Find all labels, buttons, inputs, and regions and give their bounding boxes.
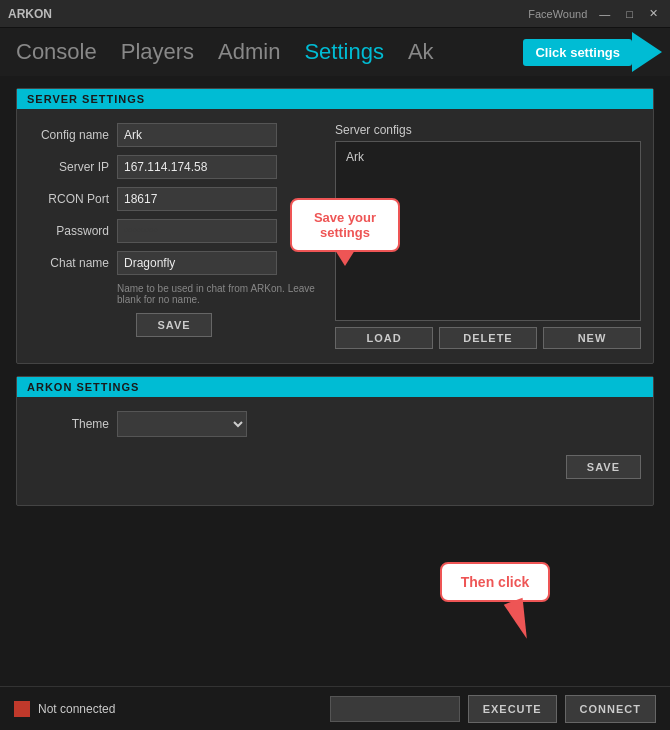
server-ip-row: Server IP	[29, 155, 319, 179]
titlebar-right: FaceWound — □ ✕	[528, 7, 662, 20]
nav-settings[interactable]: Settings	[304, 39, 384, 65]
rcon-port-label: RCON Port	[29, 192, 109, 206]
password-input[interactable]	[117, 219, 277, 243]
config-name-row: Config name	[29, 123, 319, 147]
arkon-settings-header: ARKON SETTINGS	[17, 377, 653, 397]
configs-buttons: LOAD DELETE NEW	[335, 327, 641, 349]
arkon-theme-row: Theme	[29, 411, 641, 437]
navbar: Console Players Admin Settings Ak Click …	[0, 28, 670, 76]
rcon-port-row: RCON Port	[29, 187, 319, 211]
server-save-button[interactable]: SAVE	[136, 313, 211, 337]
configs-label: Server configs	[335, 123, 641, 137]
arkon-settings-layout: Theme SAVE	[29, 411, 641, 491]
chat-name-hint: Name to be used in chat from ARKon. Leav…	[29, 283, 319, 305]
status-text: Not connected	[38, 702, 322, 716]
server-form: Config name Server IP RCON Port Password	[29, 123, 319, 349]
minimize-button[interactable]: —	[595, 8, 614, 20]
nav-console[interactable]: Console	[16, 39, 97, 65]
nav-ak[interactable]: Ak	[408, 39, 434, 65]
load-button[interactable]: LOAD	[335, 327, 433, 349]
callout-click: Then click	[440, 562, 550, 602]
arrow-label: Click settings	[523, 39, 632, 66]
nav-players[interactable]: Players	[121, 39, 194, 65]
callout-click-text: Then click	[461, 574, 529, 590]
rcon-port-input[interactable]	[117, 187, 277, 211]
chat-name-row: Chat name	[29, 251, 319, 275]
theme-label: Theme	[29, 417, 109, 431]
command-input[interactable]	[330, 696, 460, 722]
arkon-save-button[interactable]: SAVE	[566, 455, 641, 479]
config-item[interactable]: Ark	[342, 148, 634, 166]
server-settings-header: SERVER SETTINGS	[17, 89, 653, 109]
arkon-save-row: SAVE	[29, 455, 641, 479]
execute-button[interactable]: EXECUTE	[468, 695, 557, 723]
config-name-label: Config name	[29, 128, 109, 142]
callout-save: Save your settings	[290, 198, 400, 252]
connect-button[interactable]: CONNECT	[565, 695, 656, 723]
server-ip-input[interactable]	[117, 155, 277, 179]
server-ip-label: Server IP	[29, 160, 109, 174]
server-save-row: SAVE	[29, 313, 319, 337]
bottombar: Not connected EXECUTE CONNECT	[0, 686, 670, 730]
main-content: SERVER SETTINGS Config name Server IP RC…	[0, 76, 670, 518]
maximize-button[interactable]: □	[622, 8, 637, 20]
facewound-label: FaceWound	[528, 8, 587, 20]
delete-button[interactable]: DELETE	[439, 327, 537, 349]
theme-select[interactable]	[117, 411, 247, 437]
callout-save-text: Save your settings	[314, 210, 376, 240]
arkon-settings-body: Theme SAVE	[17, 397, 653, 505]
arrow-shape	[632, 32, 662, 72]
arkon-settings-panel: ARKON SETTINGS Theme SAVE	[16, 376, 654, 506]
config-name-input[interactable]	[117, 123, 277, 147]
app-title: ARKON	[8, 7, 52, 21]
chat-name-label: Chat name	[29, 256, 109, 270]
chat-name-input[interactable]	[117, 251, 277, 275]
arrow-annotation: Click settings	[523, 32, 662, 72]
password-row: Password	[29, 219, 319, 243]
new-button[interactable]: NEW	[543, 327, 641, 349]
status-indicator	[14, 701, 30, 717]
close-button[interactable]: ✕	[645, 7, 662, 20]
password-label: Password	[29, 224, 109, 238]
titlebar-left: ARKON	[8, 7, 52, 21]
titlebar: ARKON FaceWound — □ ✕	[0, 0, 670, 28]
nav-admin[interactable]: Admin	[218, 39, 280, 65]
